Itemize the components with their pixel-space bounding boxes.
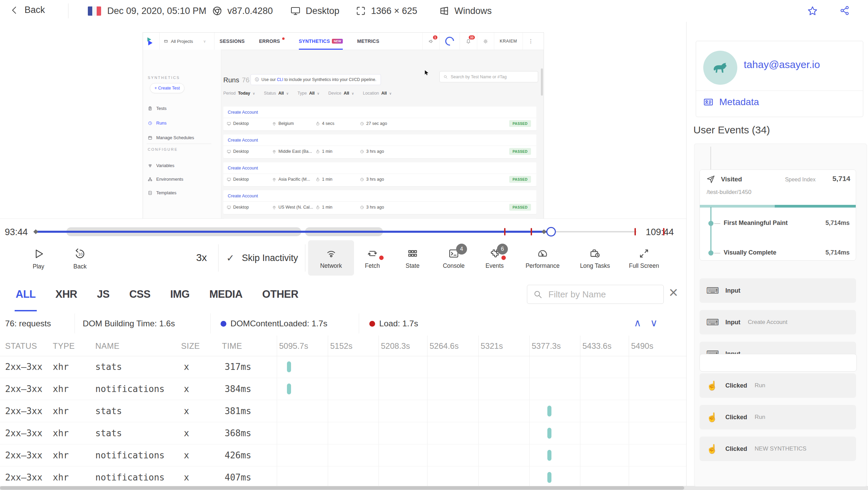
resource-tab[interactable]: JS <box>97 277 110 311</box>
filter-dropdown[interactable]: Period Today ∨ <box>223 91 255 96</box>
run-card[interactable]: Create Account Desktop Asia Pacific (M..… <box>223 162 536 186</box>
back-10-icon <box>74 248 86 260</box>
run-name-link[interactable]: Create Account <box>228 110 258 115</box>
request-row[interactable]: 2xx–3xx xhr notifications x 384ms <box>0 378 686 400</box>
metadata-button[interactable]: Metadata <box>703 97 759 108</box>
request-row[interactable]: 2xx–3xx xhr stats x 317ms <box>0 356 686 378</box>
user-email-link[interactable]: tahay@asayer.io <box>744 59 820 70</box>
cell-status: 2xx–3xx <box>5 450 43 460</box>
panel-toggle-button[interactable]: State <box>392 240 433 276</box>
app-sidebar-item[interactable]: Manage Schedules <box>148 135 194 140</box>
notifications-button[interactable]: 33 <box>460 33 477 50</box>
favorite-star-icon[interactable] <box>807 5 818 17</box>
app-nav-tab[interactable]: METRICS <box>357 33 379 50</box>
session-datetime: Dec 09, 2020, 05:10 PM <box>107 0 206 22</box>
error-tick <box>531 228 532 235</box>
filter-dropdown[interactable]: Status All ∨ <box>264 91 289 96</box>
filter-dropdown[interactable]: Device All ∨ <box>328 91 354 96</box>
events-panel: Visited Speed Index 5,714 /test-builder/… <box>694 144 867 487</box>
cli-link[interactable]: CLI <box>277 77 283 82</box>
request-row[interactable]: 2xx–3xx xhr notifications x 426ms <box>0 444 686 467</box>
visited-event-card[interactable]: Visited Speed Index 5,714 /test-builder/… <box>700 169 856 261</box>
skip-inactivity-toggle[interactable]: ✓ Skip Inactivity <box>226 252 298 264</box>
panel-icon: 6 <box>489 248 500 261</box>
panel-toggle-button[interactable]: Full Screen <box>617 240 671 276</box>
resource-tab[interactable]: ALL <box>16 277 36 311</box>
kebab-menu[interactable]: ⋮ <box>523 33 539 50</box>
filter-input[interactable] <box>548 289 648 300</box>
collapse-up-icon[interactable]: ∧ <box>634 317 641 329</box>
scrollbar-thumb[interactable] <box>0 486 684 490</box>
share-icon[interactable] <box>839 5 850 16</box>
user-event-item[interactable]: ☝ Clicked Run <box>700 405 856 429</box>
panel-toggle-button[interactable]: Network <box>308 240 354 276</box>
request-timing-bar <box>547 428 551 439</box>
close-panel-icon[interactable]: × <box>669 283 678 301</box>
panel-toggle-button[interactable]: Long Tasks <box>568 240 622 276</box>
back-10s-button[interactable]: Back <box>67 240 93 276</box>
user-events-sidebar: tahay@asayer.io Metadata User Events (34… <box>686 22 868 486</box>
app-sidebar-item[interactable]: Tests <box>148 106 166 111</box>
count-badge: 4 <box>456 244 467 255</box>
chevron-down-icon: ∨ <box>286 92 289 95</box>
panel-toggle-button[interactable]: 6 Events <box>474 240 515 276</box>
user-event-item[interactable]: ⌨ Input <box>700 278 856 303</box>
cell-size: x <box>184 450 189 460</box>
app-scrollbar[interactable] <box>541 68 543 96</box>
collapse-down-icon[interactable]: ∨ <box>650 317 658 329</box>
timeline-progress <box>36 231 551 233</box>
speed-toggle[interactable]: 3x <box>191 252 212 263</box>
panel-icon <box>325 248 337 261</box>
test-search-box[interactable]: Search by Test Name or #Tag <box>439 71 538 82</box>
timeline-track[interactable] <box>36 219 637 239</box>
run-name-link[interactable]: Create Account <box>228 165 258 170</box>
run-card[interactable]: Create Account Desktop US West (N. Cal..… <box>223 190 536 214</box>
create-test-button[interactable]: + Create Test <box>150 83 184 93</box>
resource-tab[interactable]: XHR <box>55 277 77 311</box>
run-list: Create Account Desktop Belgium 4 secs 27… <box>223 107 536 219</box>
panel-toggle-button[interactable]: Performance <box>515 240 570 276</box>
resource-tab[interactable]: OTHER <box>262 277 298 311</box>
app-nav-tab[interactable]: SYNTHETICS NEW <box>299 33 343 50</box>
back-button[interactable]: Back <box>10 5 45 15</box>
run-card[interactable]: Create Account Desktop Middle East (Ba..… <box>223 134 536 158</box>
monitor-icon <box>227 177 231 182</box>
app-sidebar-item[interactable]: Templates <box>148 190 176 195</box>
run-name-link[interactable]: Create Account <box>228 137 258 143</box>
panel-toggle-button[interactable]: 4 Console <box>433 240 474 276</box>
run-card[interactable]: Create Account Desktop Belgium 4 secs 27… <box>223 107 536 130</box>
playhead[interactable] <box>546 227 556 236</box>
filter-dropdown[interactable]: Type All ∨ <box>298 91 319 96</box>
replay-stage: All Projects ∨ SESSIONS ERRORS <box>0 22 686 218</box>
panel-label: Events <box>474 262 515 270</box>
app-sidebar-item[interactable]: Variables <box>148 163 174 168</box>
panel-icon <box>537 248 548 261</box>
speed-index-label: Speed Index <box>785 177 816 183</box>
app-sidebar-item[interactable]: Runs <box>148 120 166 126</box>
cell-type: xhr <box>53 362 69 372</box>
announce-badge: 1 <box>433 35 437 39</box>
announcements-button[interactable]: 1 <box>422 33 439 50</box>
user-event-item[interactable]: ☝ Clicked Run <box>700 373 856 398</box>
user-event-item[interactable]: ☝ Clicked NEW SYNTHETICS <box>700 437 856 461</box>
filter-dropdown[interactable]: Location All ∨ <box>363 91 392 96</box>
count-badge: 6 <box>497 244 508 255</box>
run-name-link[interactable]: Create Account <box>228 193 258 198</box>
resource-tab[interactable]: CSS <box>129 277 150 311</box>
play-button[interactable]: Play <box>26 240 51 276</box>
request-row[interactable]: 2xx–3xx xhr stats x 368ms <box>0 422 686 444</box>
event-target: Run <box>755 382 765 389</box>
request-row[interactable]: 2xx–3xx xhr stats x 381ms <box>0 400 686 422</box>
app-sidebar-item[interactable]: Environments <box>148 177 183 182</box>
resource-tab[interactable]: IMG <box>170 277 190 311</box>
app-nav-tab[interactable]: SESSIONS <box>220 33 245 50</box>
resource-tab[interactable]: MEDIA <box>209 277 242 311</box>
project-selector[interactable]: All Projects ∨ <box>159 33 214 50</box>
settings-button[interactable] <box>477 33 494 50</box>
cell-status: 2xx–3xx <box>5 406 43 416</box>
user-menu[interactable]: KRAIEM <box>494 33 523 50</box>
panel-toggle-button[interactable]: Fetch <box>352 240 392 276</box>
app-nav-tab[interactable]: ERRORS <box>259 33 285 50</box>
request-row[interactable]: 2xx–3xx xhr notifications x 407ms <box>0 467 686 489</box>
user-event-item[interactable]: ⌨ Input Create Account <box>700 310 856 334</box>
